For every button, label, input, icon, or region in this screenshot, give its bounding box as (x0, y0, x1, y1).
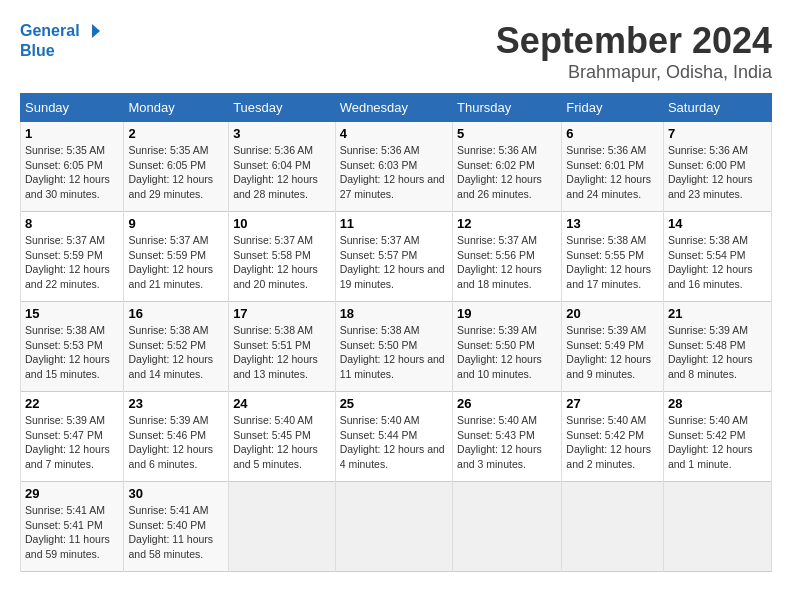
day-number: 28 (668, 396, 767, 411)
day-number: 14 (668, 216, 767, 231)
day-info: Sunrise: 5:37 AM Sunset: 5:56 PM Dayligh… (457, 233, 557, 292)
calendar-header-row: SundayMondayTuesdayWednesdayThursdayFrid… (21, 94, 772, 122)
calendar-cell: 17 Sunrise: 5:38 AM Sunset: 5:51 PM Dayl… (229, 302, 336, 392)
page-header: General Blue September 2024 Brahmapur, O… (20, 20, 772, 83)
calendar-cell (562, 482, 664, 572)
day-number: 29 (25, 486, 119, 501)
calendar-week-row: 8 Sunrise: 5:37 AM Sunset: 5:59 PM Dayli… (21, 212, 772, 302)
col-header-wednesday: Wednesday (335, 94, 452, 122)
calendar-cell: 3 Sunrise: 5:36 AM Sunset: 6:04 PM Dayli… (229, 122, 336, 212)
calendar-cell: 9 Sunrise: 5:37 AM Sunset: 5:59 PM Dayli… (124, 212, 229, 302)
day-info: Sunrise: 5:37 AM Sunset: 5:57 PM Dayligh… (340, 233, 448, 292)
day-number: 23 (128, 396, 224, 411)
col-header-sunday: Sunday (21, 94, 124, 122)
day-info: Sunrise: 5:39 AM Sunset: 5:49 PM Dayligh… (566, 323, 659, 382)
calendar-cell (663, 482, 771, 572)
day-number: 17 (233, 306, 331, 321)
calendar-table: SundayMondayTuesdayWednesdayThursdayFrid… (20, 93, 772, 572)
day-number: 22 (25, 396, 119, 411)
day-info: Sunrise: 5:38 AM Sunset: 5:50 PM Dayligh… (340, 323, 448, 382)
calendar-cell: 1 Sunrise: 5:35 AM Sunset: 6:05 PM Dayli… (21, 122, 124, 212)
day-info: Sunrise: 5:41 AM Sunset: 5:40 PM Dayligh… (128, 503, 224, 562)
calendar-cell: 8 Sunrise: 5:37 AM Sunset: 5:59 PM Dayli… (21, 212, 124, 302)
calendar-cell: 18 Sunrise: 5:38 AM Sunset: 5:50 PM Dayl… (335, 302, 452, 392)
day-info: Sunrise: 5:39 AM Sunset: 5:48 PM Dayligh… (668, 323, 767, 382)
logo: General Blue (20, 20, 104, 60)
calendar-cell: 22 Sunrise: 5:39 AM Sunset: 5:47 PM Dayl… (21, 392, 124, 482)
day-number: 6 (566, 126, 659, 141)
day-info: Sunrise: 5:36 AM Sunset: 6:03 PM Dayligh… (340, 143, 448, 202)
day-info: Sunrise: 5:38 AM Sunset: 5:55 PM Dayligh… (566, 233, 659, 292)
day-number: 16 (128, 306, 224, 321)
day-info: Sunrise: 5:35 AM Sunset: 6:05 PM Dayligh… (128, 143, 224, 202)
calendar-cell: 28 Sunrise: 5:40 AM Sunset: 5:42 PM Dayl… (663, 392, 771, 482)
col-header-saturday: Saturday (663, 94, 771, 122)
day-info: Sunrise: 5:39 AM Sunset: 5:50 PM Dayligh… (457, 323, 557, 382)
day-info: Sunrise: 5:38 AM Sunset: 5:53 PM Dayligh… (25, 323, 119, 382)
month-title: September 2024 (496, 20, 772, 62)
logo-text-blue: Blue (20, 42, 104, 60)
day-info: Sunrise: 5:37 AM Sunset: 5:59 PM Dayligh… (128, 233, 224, 292)
day-number: 21 (668, 306, 767, 321)
col-header-tuesday: Tuesday (229, 94, 336, 122)
calendar-week-row: 15 Sunrise: 5:38 AM Sunset: 5:53 PM Dayl… (21, 302, 772, 392)
day-info: Sunrise: 5:36 AM Sunset: 6:02 PM Dayligh… (457, 143, 557, 202)
calendar-cell: 27 Sunrise: 5:40 AM Sunset: 5:42 PM Dayl… (562, 392, 664, 482)
calendar-cell (229, 482, 336, 572)
day-info: Sunrise: 5:40 AM Sunset: 5:42 PM Dayligh… (566, 413, 659, 472)
day-number: 13 (566, 216, 659, 231)
location-title: Brahmapur, Odisha, India (496, 62, 772, 83)
day-info: Sunrise: 5:38 AM Sunset: 5:54 PM Dayligh… (668, 233, 767, 292)
calendar-cell: 4 Sunrise: 5:36 AM Sunset: 6:03 PM Dayli… (335, 122, 452, 212)
day-number: 12 (457, 216, 557, 231)
calendar-cell: 5 Sunrise: 5:36 AM Sunset: 6:02 PM Dayli… (453, 122, 562, 212)
day-info: Sunrise: 5:40 AM Sunset: 5:42 PM Dayligh… (668, 413, 767, 472)
calendar-cell: 29 Sunrise: 5:41 AM Sunset: 5:41 PM Dayl… (21, 482, 124, 572)
day-number: 15 (25, 306, 119, 321)
day-number: 27 (566, 396, 659, 411)
day-info: Sunrise: 5:39 AM Sunset: 5:47 PM Dayligh… (25, 413, 119, 472)
col-header-monday: Monday (124, 94, 229, 122)
day-number: 26 (457, 396, 557, 411)
calendar-cell (335, 482, 452, 572)
calendar-cell: 11 Sunrise: 5:37 AM Sunset: 5:57 PM Dayl… (335, 212, 452, 302)
day-info: Sunrise: 5:40 AM Sunset: 5:43 PM Dayligh… (457, 413, 557, 472)
title-block: September 2024 Brahmapur, Odisha, India (496, 20, 772, 83)
calendar-week-row: 1 Sunrise: 5:35 AM Sunset: 6:05 PM Dayli… (21, 122, 772, 212)
calendar-cell: 2 Sunrise: 5:35 AM Sunset: 6:05 PM Dayli… (124, 122, 229, 212)
day-number: 9 (128, 216, 224, 231)
calendar-cell: 23 Sunrise: 5:39 AM Sunset: 5:46 PM Dayl… (124, 392, 229, 482)
day-number: 18 (340, 306, 448, 321)
day-number: 8 (25, 216, 119, 231)
calendar-cell: 6 Sunrise: 5:36 AM Sunset: 6:01 PM Dayli… (562, 122, 664, 212)
calendar-week-row: 29 Sunrise: 5:41 AM Sunset: 5:41 PM Dayl… (21, 482, 772, 572)
day-info: Sunrise: 5:39 AM Sunset: 5:46 PM Dayligh… (128, 413, 224, 472)
day-number: 2 (128, 126, 224, 141)
day-info: Sunrise: 5:36 AM Sunset: 6:01 PM Dayligh… (566, 143, 659, 202)
day-number: 19 (457, 306, 557, 321)
day-number: 5 (457, 126, 557, 141)
calendar-cell: 13 Sunrise: 5:38 AM Sunset: 5:55 PM Dayl… (562, 212, 664, 302)
calendar-cell: 21 Sunrise: 5:39 AM Sunset: 5:48 PM Dayl… (663, 302, 771, 392)
calendar-week-row: 22 Sunrise: 5:39 AM Sunset: 5:47 PM Dayl… (21, 392, 772, 482)
calendar-cell: 24 Sunrise: 5:40 AM Sunset: 5:45 PM Dayl… (229, 392, 336, 482)
day-info: Sunrise: 5:40 AM Sunset: 5:45 PM Dayligh… (233, 413, 331, 472)
day-number: 11 (340, 216, 448, 231)
day-number: 7 (668, 126, 767, 141)
day-info: Sunrise: 5:35 AM Sunset: 6:05 PM Dayligh… (25, 143, 119, 202)
day-info: Sunrise: 5:38 AM Sunset: 5:51 PM Dayligh… (233, 323, 331, 382)
day-number: 20 (566, 306, 659, 321)
calendar-cell: 10 Sunrise: 5:37 AM Sunset: 5:58 PM Dayl… (229, 212, 336, 302)
day-info: Sunrise: 5:36 AM Sunset: 6:04 PM Dayligh… (233, 143, 331, 202)
day-info: Sunrise: 5:38 AM Sunset: 5:52 PM Dayligh… (128, 323, 224, 382)
calendar-cell: 26 Sunrise: 5:40 AM Sunset: 5:43 PM Dayl… (453, 392, 562, 482)
calendar-cell (453, 482, 562, 572)
day-info: Sunrise: 5:36 AM Sunset: 6:00 PM Dayligh… (668, 143, 767, 202)
day-number: 25 (340, 396, 448, 411)
day-number: 30 (128, 486, 224, 501)
day-info: Sunrise: 5:40 AM Sunset: 5:44 PM Dayligh… (340, 413, 448, 472)
calendar-cell: 19 Sunrise: 5:39 AM Sunset: 5:50 PM Dayl… (453, 302, 562, 392)
calendar-cell: 12 Sunrise: 5:37 AM Sunset: 5:56 PM Dayl… (453, 212, 562, 302)
day-number: 10 (233, 216, 331, 231)
day-number: 3 (233, 126, 331, 141)
